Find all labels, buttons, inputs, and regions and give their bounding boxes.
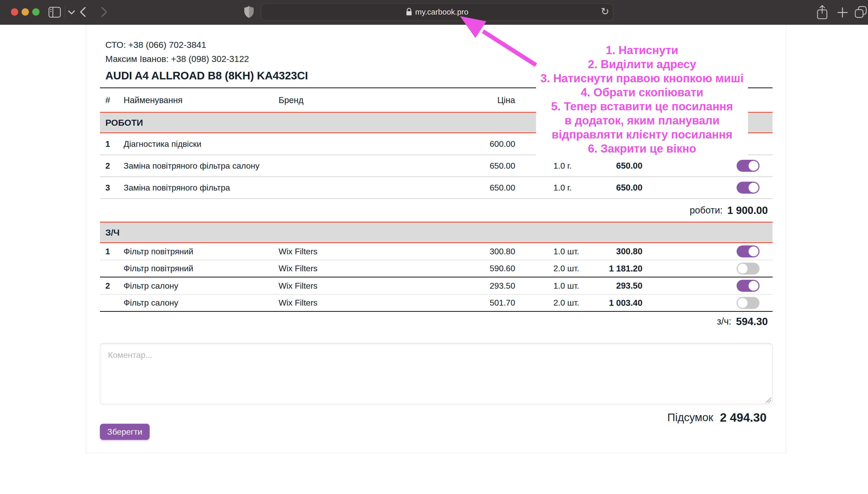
minimize-window-button[interactable] (22, 8, 29, 16)
save-button[interactable]: Зберегти (100, 424, 150, 440)
item-name: Фільтр повітряний (124, 247, 279, 256)
toggle-cell (643, 263, 772, 274)
item-quantity: 1.0 г. (515, 161, 590, 171)
forward-button[interactable] (101, 7, 108, 17)
lock-icon (406, 8, 412, 16)
item-name: Фільтр повітряний (124, 264, 279, 273)
row-toggle[interactable] (736, 160, 760, 172)
table-row: Фільтр повітрянийWix Filters590.602.0 шт… (100, 260, 772, 278)
toggle-cell (643, 160, 772, 172)
item-quantity: 1.0 шт. (515, 281, 590, 291)
privacy-shield-icon[interactable] (244, 6, 254, 18)
annotation-line: 6. Закрити це вікно (588, 141, 696, 156)
toggle-knob (738, 264, 748, 273)
item-brand: Wix Filters (279, 264, 447, 273)
table-row: 3Заміна повітряного фільтра650.001.0 г.6… (100, 177, 772, 199)
toolbar-divider (64, 6, 65, 18)
row-number: 1 (100, 139, 124, 149)
row-toggle[interactable] (736, 263, 760, 274)
parts-total-label: з/ч: (717, 316, 731, 327)
traffic-lights (11, 8, 40, 16)
annotation-line: 2. Виділити адресу (588, 57, 696, 71)
row-toggle[interactable] (736, 297, 760, 309)
toggle-cell (643, 245, 772, 258)
col-header-price: Ціна (447, 95, 515, 105)
item-price: 600.00 (447, 139, 515, 149)
annotation-line: 4. Обрати скопіювати (581, 86, 703, 99)
toggle-cell (643, 182, 772, 194)
annotation-note: 1. Натиснути2. Виділити адресу3. Натисну… (536, 42, 748, 156)
works-total-line: роботи: 1 900.00 (100, 199, 772, 222)
item-quantity: 1.0 шт. (515, 247, 590, 256)
annotation-line: 1. Натиснути (606, 43, 678, 57)
row-number: 2 (100, 161, 124, 171)
item-sum: 650.00 (590, 183, 643, 193)
chevron-down-icon[interactable] (68, 11, 75, 15)
toggle-cell (643, 280, 772, 292)
item-price: 590.60 (447, 264, 515, 273)
table-row: 2Фільтр салонуWix Filters293.501.0 шт.29… (100, 278, 772, 294)
row-toggle[interactable] (736, 182, 760, 194)
new-tab-plus-icon[interactable] (837, 7, 848, 18)
item-brand: Wix Filters (279, 281, 447, 291)
works-total-label: роботи: (690, 205, 723, 216)
item-name: Діагностика підвіски (124, 139, 279, 149)
table-row: 1Фільтр повітрянийWix Filters300.801.0 ш… (100, 243, 772, 260)
toggle-knob (749, 281, 758, 291)
row-toggle[interactable] (736, 245, 760, 258)
toggle-knob (749, 246, 758, 256)
col-header-brand: Бренд (279, 95, 447, 105)
annotation-line: 3. Натиснути правою кнопкою миші (540, 71, 743, 86)
item-name: Заміна повітряного фільтра салону (124, 161, 279, 171)
address-bar[interactable]: my.carbook.pro ↻ (261, 3, 613, 21)
tab-overview-icon[interactable] (854, 6, 867, 18)
toggle-cell (643, 297, 772, 309)
share-icon[interactable] (816, 5, 828, 20)
parts-rows: 1Фільтр повітрянийWix Filters300.801.0 ш… (100, 243, 772, 312)
table-row: 2Заміна повітряного фільтра салону650.00… (100, 155, 772, 177)
item-sum: 1 003.40 (590, 298, 643, 308)
summary-value: 2 494.30 (720, 411, 767, 424)
comment-input[interactable] (100, 343, 772, 404)
row-number: 1 (100, 247, 124, 256)
summary-label: Підсумок (667, 411, 713, 424)
item-name: Заміна повітряного фільтра (124, 183, 279, 193)
item-sum: 293.50 (590, 281, 643, 291)
item-quantity: 2.0 шт. (515, 264, 590, 273)
item-price: 300.80 (447, 247, 515, 256)
row-number: 3 (100, 183, 124, 193)
item-sum: 300.80 (590, 246, 643, 256)
sidebar-toggle-icon[interactable] (48, 7, 61, 18)
section-header-parts: З/Ч (100, 222, 772, 243)
col-header-num: # (100, 95, 124, 105)
annotation-line: 5. Тепер вставити це посилання (551, 99, 733, 113)
item-sum: 1 181.20 (590, 264, 643, 273)
toggle-knob (749, 161, 758, 171)
works-total-value: 1 900.00 (727, 205, 768, 216)
zoom-window-button[interactable] (32, 8, 40, 16)
annotation-line: в додаток, яким планували (565, 113, 720, 128)
row-number: 2 (100, 281, 124, 291)
close-window-button[interactable] (11, 8, 18, 16)
parts-total-value: 594.30 (736, 316, 768, 327)
col-header-name: Найменування (124, 95, 279, 105)
item-quantity: 1.0 г. (515, 183, 590, 193)
back-button[interactable] (79, 7, 86, 17)
vehicle-title: AUDI A4 ALLROAD B8 (8KH) KA4323CI (105, 70, 308, 82)
item-price: 293.50 (447, 281, 515, 291)
item-brand: Wix Filters (279, 298, 447, 308)
item-price: 650.00 (447, 161, 515, 171)
comment-area-wrapper (100, 343, 772, 404)
item-price: 501.70 (447, 298, 515, 308)
annotation-line: відправляти клієнту посилання (552, 128, 732, 141)
table-row: Фільтр салонуWix Filters501.702.0 шт.1 0… (100, 294, 772, 312)
reload-icon[interactable]: ↻ (601, 6, 609, 16)
item-quantity: 2.0 шт. (515, 298, 590, 308)
row-toggle[interactable] (736, 280, 760, 292)
toggle-knob (749, 183, 758, 193)
url-text: my.carbook.pro (415, 7, 469, 16)
item-brand: Wix Filters (279, 247, 447, 256)
parts-total-line: з/ч: 594.30 (100, 312, 772, 331)
summary-line: Підсумок 2 494.30 (667, 411, 767, 424)
manager-phone: Максим Іванов: +38 (098) 302-3122 (105, 54, 249, 64)
